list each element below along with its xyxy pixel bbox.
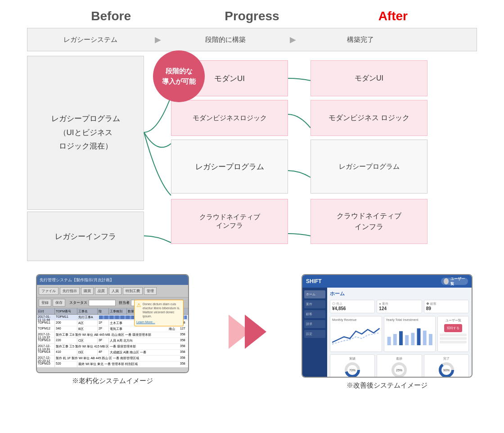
user-avatar [444, 278, 449, 284]
new-sys-charts-row: Monthly Revenue Yearly Total Investment [330, 316, 469, 352]
invite-btn-label: 招待する [447, 326, 459, 330]
user-list-label: ユーザー覧 [446, 318, 461, 323]
progress-legacy: レガシープログラム [171, 140, 288, 194]
sidebar-home[interactable]: ホーム [304, 290, 325, 298]
brand-logo: SHIFT [306, 278, 322, 284]
new-sys-body: ホーム 案件 顧客 請求 設定 ホーム ◎ 売上 [302, 288, 472, 377]
new-sys-page-title: ホーム [330, 290, 469, 297]
old-row6: 2017-12-11 13:31 製作工事 工5 製作 WI 単位 415 MB… [37, 344, 188, 350]
svg-rect-0 [387, 337, 391, 345]
after-cloud: クラウドネイティブ インフラ [310, 199, 428, 244]
card-cases: ● 案件 124 [377, 300, 422, 313]
progress-heading: Progress [189, 9, 315, 23]
old-row5: TOPM13 220 C区 3F 人員 A周 北方向 358 [37, 338, 188, 344]
new-sys-sidebar: ホーム 案件 顧客 請求 設定 [302, 288, 327, 377]
bottom-card-3: 完了 90% [424, 354, 469, 377]
header-row: Before Progress After [27, 9, 477, 23]
th-id: TOPM番号 [55, 308, 77, 314]
btn-edit[interactable]: 先行指示 [60, 287, 80, 295]
stage-badge: 段階的な導入が可能 [153, 50, 205, 102]
btn-quality[interactable]: 品質 [95, 287, 108, 295]
phase-arrow1: ▶ [149, 35, 167, 45]
card-customers-value: 89 [426, 306, 467, 311]
bc1-label: 実績 [349, 356, 356, 361]
old-row3: TOPM12 340 B区 2F 電気工事 南山 127 [37, 326, 188, 332]
connector-svg2 [288, 56, 310, 263]
card-cases-label: ● 案件 [379, 302, 419, 306]
svg-rect-5 [417, 329, 420, 346]
svg-rect-2 [399, 331, 403, 345]
before-legacy-label: レガシープログラム [51, 112, 120, 126]
before-logic-label: ロジック混在） [59, 140, 112, 153]
status-input[interactable] [89, 300, 116, 306]
btn-staff[interactable]: 人員 [109, 287, 122, 295]
before-heading: Before [48, 9, 174, 23]
learn-more-link[interactable]: Learn More... [136, 320, 181, 324]
old-sys-title: 先行管理システム【製作指示/月次計画】 [40, 277, 114, 283]
svg-text:25%: 25% [396, 369, 402, 372]
btn-save[interactable]: 保存 [53, 299, 65, 307]
svg-rect-1 [393, 334, 396, 345]
bc3-label: 完了 [443, 356, 450, 361]
after-modern-ui: モダンUI [310, 60, 428, 96]
new-sys-cards-row: ◎ 売上 ¥4,856 ● 案件 124 ◆ 顧客 89 [330, 300, 469, 313]
arrow-right [245, 315, 266, 349]
user-item-1 [440, 334, 467, 336]
sidebar-cases[interactable]: 案件 [304, 300, 325, 308]
old-row9: TOPM15 520 最終 WI 単位 東北 一番 管理本部 特別区域 358 [37, 361, 188, 367]
chart-monthly-label: Monthly Revenue [332, 318, 380, 321]
td-date1: 2017-01-11 11:44 [37, 315, 55, 320]
donut-chart-2: 25% [391, 362, 407, 377]
donut-chart-3: 90% [438, 362, 454, 377]
btn-order[interactable]: 購買 [81, 287, 94, 295]
subtoolbar-label2: 担当者 [119, 300, 130, 305]
sidebar-customers[interactable]: 顧客 [304, 310, 325, 318]
progress-column: 段階的な導入が可能 モダンUI モダンビジネスロジック レガシープログラム クラ… [171, 56, 288, 263]
chart-monthly-revenue: Monthly Revenue [330, 316, 382, 352]
old-system-caption: ※老朽化システムイメージ [72, 377, 153, 385]
bottom-card-1: 実績 70% [330, 354, 375, 377]
th-name: 工事名 [77, 308, 98, 314]
old-row8: 2017-12-20 23:12 製作 机 1F 製作 WI 単位 AB 445… [37, 356, 188, 361]
after-modern-bl: モダンビジネス ロジック [310, 100, 428, 136]
new-sys-bottom-row: 実績 70% 進捗 [330, 354, 469, 377]
svg-text:70%: 70% [349, 369, 356, 372]
old-sys-alert: ⚠ Donec dictum diam cuis elucitur libero… [134, 300, 184, 326]
user-area[interactable]: ユーザ一覧 [441, 278, 468, 285]
btn-special[interactable]: 特別工費 [123, 287, 143, 295]
sidebar-settings[interactable]: 設定 [304, 330, 325, 338]
card-cases-value: 124 [379, 306, 419, 311]
new-system-frame: SHIFT ユーザ一覧 ホーム 案件 顧客 [302, 274, 472, 378]
btn-register[interactable]: 登録 [39, 299, 51, 307]
new-system-screenshot: SHIFT ユーザ一覧 ホーム 案件 顧客 [302, 275, 472, 377]
btn-file[interactable]: ファイル [39, 287, 58, 295]
bc2-label: 進捗 [396, 356, 402, 361]
donut-chart-1: 70% [344, 362, 360, 377]
line-chart-svg [332, 323, 380, 345]
chart-yearly-investment: Yearly Total Investment [384, 316, 436, 352]
subtoolbar-label: スタータス [69, 300, 87, 305]
old-system-screenshot: 先行管理システム【製作指示/月次計画】 ファイル 先行指示 購買 品質 人員 特… [37, 275, 188, 372]
th-date: 日付 [37, 308, 55, 314]
btn-mgmt[interactable]: 管理 [144, 287, 157, 295]
old-system-block: 先行管理システム【製作指示/月次計画】 ファイル 先行指示 購買 品質 人員 特… [32, 274, 194, 385]
user-item-2 [440, 337, 467, 340]
sidebar-billing[interactable]: 請求 [304, 320, 325, 328]
progress-cloud: クラウドネイティブ インフラ [171, 199, 288, 244]
th-type: 工事種別 [109, 308, 127, 314]
card-customers-label: ◆ 顧客 [426, 302, 467, 306]
after-column: モダンUI モダンビジネス ロジック レガシープログラム クラウドネイティブ イ… [310, 56, 428, 263]
invite-btn[interactable]: 招待する [444, 324, 462, 332]
th-floor: 階 [98, 308, 109, 314]
after-legacy: レガシープログラム [310, 140, 428, 194]
old-sys-titlebar: 先行管理システム【製作指示/月次計画】 [37, 275, 188, 285]
phase-after: 構築完了 [302, 36, 419, 44]
td-name1: 先行工事A [77, 315, 98, 320]
alert-icon: ⚠ [136, 302, 141, 309]
new-system-caption: ※改善後システムイメージ [346, 381, 428, 390]
progress-modern-bl: モダンビジネスロジック [171, 100, 288, 136]
user-item-3 [440, 341, 467, 343]
old-row4: 2017-12-11 13:37 製作工事 工8 製作 WI 単位 AB 445… [37, 332, 188, 338]
svg-rect-3 [405, 335, 409, 346]
svg-rect-4 [411, 333, 414, 346]
